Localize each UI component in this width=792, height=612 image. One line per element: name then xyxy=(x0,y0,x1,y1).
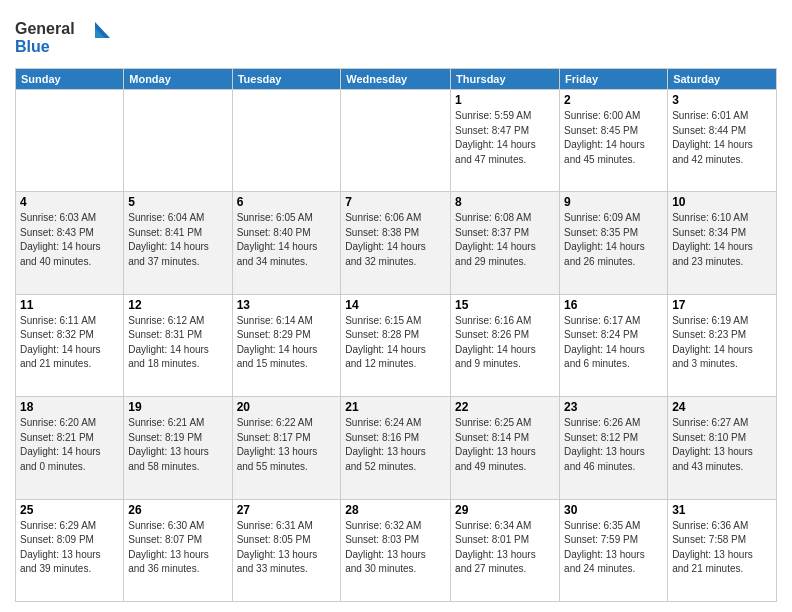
col-header-tuesday: Tuesday xyxy=(232,69,341,90)
day-number: 31 xyxy=(672,503,772,517)
day-info: Sunrise: 6:31 AMSunset: 8:05 PMDaylight:… xyxy=(237,519,337,577)
day-number: 25 xyxy=(20,503,119,517)
day-number: 3 xyxy=(672,93,772,107)
page: General Blue SundayMondayTuesdayWednesda… xyxy=(0,0,792,612)
day-info: Sunrise: 6:25 AMSunset: 8:14 PMDaylight:… xyxy=(455,416,555,474)
cell-week2-day6: 17Sunrise: 6:19 AMSunset: 8:23 PMDayligh… xyxy=(668,294,777,396)
day-info: Sunrise: 6:14 AMSunset: 8:29 PMDaylight:… xyxy=(237,314,337,372)
day-info: Sunrise: 6:12 AMSunset: 8:31 PMDaylight:… xyxy=(128,314,227,372)
cell-week0-day2 xyxy=(232,90,341,192)
cell-week3-day1: 19Sunrise: 6:21 AMSunset: 8:19 PMDayligh… xyxy=(124,397,232,499)
cell-week2-day1: 12Sunrise: 6:12 AMSunset: 8:31 PMDayligh… xyxy=(124,294,232,396)
day-info: Sunrise: 6:17 AMSunset: 8:24 PMDaylight:… xyxy=(564,314,663,372)
cell-week1-day6: 10Sunrise: 6:10 AMSunset: 8:34 PMDayligh… xyxy=(668,192,777,294)
day-info: Sunrise: 6:03 AMSunset: 8:43 PMDaylight:… xyxy=(20,211,119,269)
cell-week3-day3: 21Sunrise: 6:24 AMSunset: 8:16 PMDayligh… xyxy=(341,397,451,499)
day-info: Sunrise: 6:00 AMSunset: 8:45 PMDaylight:… xyxy=(564,109,663,167)
day-info: Sunrise: 6:26 AMSunset: 8:12 PMDaylight:… xyxy=(564,416,663,474)
day-number: 22 xyxy=(455,400,555,414)
col-header-saturday: Saturday xyxy=(668,69,777,90)
day-number: 7 xyxy=(345,195,446,209)
header: General Blue xyxy=(15,10,777,62)
day-number: 28 xyxy=(345,503,446,517)
cell-week0-day4: 1Sunrise: 5:59 AMSunset: 8:47 PMDaylight… xyxy=(451,90,560,192)
cell-week4-day1: 26Sunrise: 6:30 AMSunset: 8:07 PMDayligh… xyxy=(124,499,232,601)
day-number: 10 xyxy=(672,195,772,209)
day-number: 20 xyxy=(237,400,337,414)
calendar-table: SundayMondayTuesdayWednesdayThursdayFrid… xyxy=(15,68,777,602)
cell-week0-day5: 2Sunrise: 6:00 AMSunset: 8:45 PMDaylight… xyxy=(560,90,668,192)
cell-week0-day0 xyxy=(16,90,124,192)
day-info: Sunrise: 5:59 AMSunset: 8:47 PMDaylight:… xyxy=(455,109,555,167)
day-info: Sunrise: 6:15 AMSunset: 8:28 PMDaylight:… xyxy=(345,314,446,372)
day-info: Sunrise: 6:01 AMSunset: 8:44 PMDaylight:… xyxy=(672,109,772,167)
cell-week3-day2: 20Sunrise: 6:22 AMSunset: 8:17 PMDayligh… xyxy=(232,397,341,499)
day-number: 23 xyxy=(564,400,663,414)
svg-text:General: General xyxy=(15,20,75,37)
day-info: Sunrise: 6:08 AMSunset: 8:37 PMDaylight:… xyxy=(455,211,555,269)
day-info: Sunrise: 6:19 AMSunset: 8:23 PMDaylight:… xyxy=(672,314,772,372)
day-number: 6 xyxy=(237,195,337,209)
day-number: 15 xyxy=(455,298,555,312)
day-info: Sunrise: 6:32 AMSunset: 8:03 PMDaylight:… xyxy=(345,519,446,577)
day-info: Sunrise: 6:11 AMSunset: 8:32 PMDaylight:… xyxy=(20,314,119,372)
cell-week0-day3 xyxy=(341,90,451,192)
day-info: Sunrise: 6:24 AMSunset: 8:16 PMDaylight:… xyxy=(345,416,446,474)
day-info: Sunrise: 6:20 AMSunset: 8:21 PMDaylight:… xyxy=(20,416,119,474)
day-number: 16 xyxy=(564,298,663,312)
day-info: Sunrise: 6:09 AMSunset: 8:35 PMDaylight:… xyxy=(564,211,663,269)
cell-week1-day5: 9Sunrise: 6:09 AMSunset: 8:35 PMDaylight… xyxy=(560,192,668,294)
col-header-thursday: Thursday xyxy=(451,69,560,90)
cell-week1-day2: 6Sunrise: 6:05 AMSunset: 8:40 PMDaylight… xyxy=(232,192,341,294)
day-info: Sunrise: 6:27 AMSunset: 8:10 PMDaylight:… xyxy=(672,416,772,474)
logo: General Blue xyxy=(15,14,115,62)
col-header-wednesday: Wednesday xyxy=(341,69,451,90)
day-info: Sunrise: 6:16 AMSunset: 8:26 PMDaylight:… xyxy=(455,314,555,372)
cell-week2-day5: 16Sunrise: 6:17 AMSunset: 8:24 PMDayligh… xyxy=(560,294,668,396)
day-number: 19 xyxy=(128,400,227,414)
day-info: Sunrise: 6:36 AMSunset: 7:58 PMDaylight:… xyxy=(672,519,772,577)
cell-week1-day4: 8Sunrise: 6:08 AMSunset: 8:37 PMDaylight… xyxy=(451,192,560,294)
day-number: 21 xyxy=(345,400,446,414)
day-info: Sunrise: 6:04 AMSunset: 8:41 PMDaylight:… xyxy=(128,211,227,269)
day-number: 13 xyxy=(237,298,337,312)
day-info: Sunrise: 6:21 AMSunset: 8:19 PMDaylight:… xyxy=(128,416,227,474)
cell-week4-day2: 27Sunrise: 6:31 AMSunset: 8:05 PMDayligh… xyxy=(232,499,341,601)
cell-week2-day0: 11Sunrise: 6:11 AMSunset: 8:32 PMDayligh… xyxy=(16,294,124,396)
col-header-monday: Monday xyxy=(124,69,232,90)
day-info: Sunrise: 6:06 AMSunset: 8:38 PMDaylight:… xyxy=(345,211,446,269)
col-header-friday: Friday xyxy=(560,69,668,90)
cell-week4-day5: 30Sunrise: 6:35 AMSunset: 7:59 PMDayligh… xyxy=(560,499,668,601)
cell-week3-day4: 22Sunrise: 6:25 AMSunset: 8:14 PMDayligh… xyxy=(451,397,560,499)
day-number: 2 xyxy=(564,93,663,107)
logo-text: General Blue xyxy=(15,14,115,62)
cell-week4-day3: 28Sunrise: 6:32 AMSunset: 8:03 PMDayligh… xyxy=(341,499,451,601)
day-number: 11 xyxy=(20,298,119,312)
svg-text:Blue: Blue xyxy=(15,38,50,55)
day-number: 24 xyxy=(672,400,772,414)
cell-week0-day1 xyxy=(124,90,232,192)
cell-week2-day3: 14Sunrise: 6:15 AMSunset: 8:28 PMDayligh… xyxy=(341,294,451,396)
day-info: Sunrise: 6:29 AMSunset: 8:09 PMDaylight:… xyxy=(20,519,119,577)
day-number: 29 xyxy=(455,503,555,517)
cell-week2-day2: 13Sunrise: 6:14 AMSunset: 8:29 PMDayligh… xyxy=(232,294,341,396)
day-number: 4 xyxy=(20,195,119,209)
day-number: 9 xyxy=(564,195,663,209)
cell-week4-day0: 25Sunrise: 6:29 AMSunset: 8:09 PMDayligh… xyxy=(16,499,124,601)
col-header-sunday: Sunday xyxy=(16,69,124,90)
cell-week4-day4: 29Sunrise: 6:34 AMSunset: 8:01 PMDayligh… xyxy=(451,499,560,601)
day-number: 30 xyxy=(564,503,663,517)
day-number: 26 xyxy=(128,503,227,517)
day-number: 18 xyxy=(20,400,119,414)
day-number: 27 xyxy=(237,503,337,517)
day-info: Sunrise: 6:35 AMSunset: 7:59 PMDaylight:… xyxy=(564,519,663,577)
cell-week1-day3: 7Sunrise: 6:06 AMSunset: 8:38 PMDaylight… xyxy=(341,192,451,294)
cell-week1-day0: 4Sunrise: 6:03 AMSunset: 8:43 PMDaylight… xyxy=(16,192,124,294)
cell-week4-day6: 31Sunrise: 6:36 AMSunset: 7:58 PMDayligh… xyxy=(668,499,777,601)
day-number: 12 xyxy=(128,298,227,312)
day-number: 8 xyxy=(455,195,555,209)
day-number: 5 xyxy=(128,195,227,209)
day-info: Sunrise: 6:30 AMSunset: 8:07 PMDaylight:… xyxy=(128,519,227,577)
day-number: 17 xyxy=(672,298,772,312)
day-info: Sunrise: 6:10 AMSunset: 8:34 PMDaylight:… xyxy=(672,211,772,269)
